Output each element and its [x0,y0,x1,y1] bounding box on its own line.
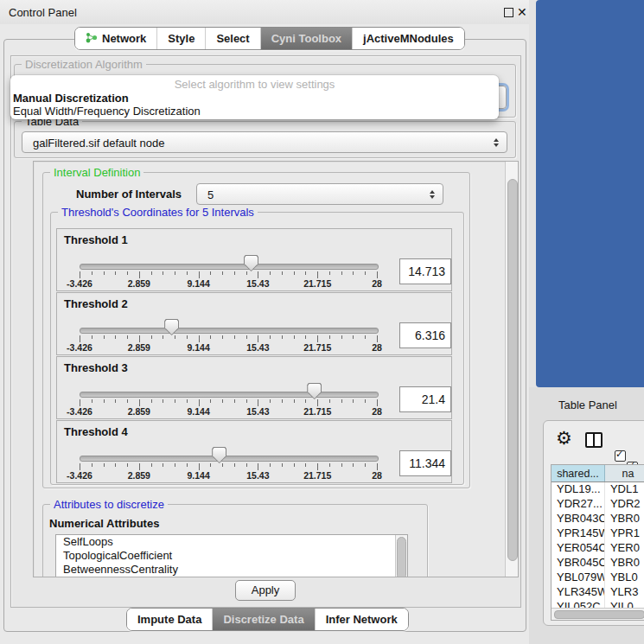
table-hscrollbar[interactable] [552,608,644,620]
threshold-list: Threshold 1-3.4262.8599.14415.4321.71528… [51,213,463,484]
slider-tick [329,335,330,339]
bottom-tab-impute-data[interactable]: Impute Data [127,609,213,630]
slider-tick [210,463,211,467]
panel-scrollbar[interactable] [505,162,518,577]
float-window-icon[interactable] [504,8,513,17]
table-cell: YER054C [552,541,605,556]
slider-tick [80,463,80,470]
slider-tick [199,399,200,406]
popup-item-manual-discretization[interactable]: Manual Discretization [13,92,129,105]
attribute-items: SelfLoopsTopologicalCoefficientBetweenne… [56,535,407,577]
slider-tick [305,335,306,339]
table-row[interactable]: YLR345WYLR3 [552,585,644,600]
scale-label: 15.43 [239,342,277,353]
slider-tick [258,335,258,342]
column-header-na[interactable]: na [605,465,644,481]
attribute-item-selfloops[interactable]: SelfLoops [56,535,407,549]
panel-scrollbar-thumb[interactable] [507,179,518,561]
slider-tick [353,335,354,339]
popup-item-equal-width-frequency-discretization[interactable]: Equal Width/Frequency Discretization [13,105,201,118]
scale-label: 21.715 [298,342,336,353]
scale-label: 15.43 [239,406,277,417]
bottom-tab-discretize-data[interactable]: Discretize Data [213,609,315,630]
table-row[interactable]: YPR145WYPR1 [552,526,644,541]
slider-tick [353,399,354,403]
slider-tick [234,399,235,403]
table-cell: YLR345W [552,585,605,600]
slider-tick [115,335,116,339]
interval-definition-title: Interval Definition [50,166,143,179]
table-cell: YBR045C [552,556,605,571]
threshold-value-field[interactable]: 6.316 [399,322,451,348]
attributes-group-title: Attributes to discretize [50,498,168,511]
table-row[interactable]: YDR27...YDR2 [552,497,644,512]
table-row[interactable]: YBR043CYBR0 [552,512,644,526]
scale-label: 15.43 [239,278,277,289]
scale-label: 21.715 [298,278,336,289]
slider-tick [353,463,354,467]
node-table[interactable]: shared...na YDL19...YDL1YDR27...YDR2YBR0… [551,464,644,621]
column-header-shared[interactable]: shared... [552,465,605,481]
tab-cyni-toolbox[interactable]: Cyni Toolbox [261,28,353,49]
slider-tick [163,335,163,339]
slider-tick [80,399,80,406]
table-hscrollbar-thumb[interactable] [554,610,644,619]
slider-tick [163,463,163,467]
threshold-value-field[interactable]: 11.344 [399,450,451,476]
slider-tick [199,335,200,342]
table-cell: YBR0 [605,556,644,571]
list-scrollbar-thumb[interactable] [397,537,406,577]
slider-track[interactable] [80,456,379,462]
tab-style[interactable]: Style [157,28,206,49]
table-row[interactable]: YDL19...YDL1 [552,482,644,497]
slider-tick [341,463,342,467]
slider-tick [317,271,318,278]
slider-tick [127,335,128,339]
checked-box-icon-1[interactable]: ✓ [615,450,626,462]
table-row[interactable]: YBR045CYBR0 [552,556,644,571]
slider-track[interactable] [80,328,379,334]
slider-tick [246,463,247,467]
slider-tick [115,399,116,403]
attribute-item-betweennesscentrality[interactable]: BetweennessCentrality [56,563,407,577]
slider-tick [92,463,92,467]
table-data-combobox[interactable]: galFiltered.sif default node [22,131,507,153]
apply-button[interactable]: Apply [235,580,296,601]
slider-track[interactable] [80,392,379,398]
table-header[interactable]: shared...na [552,465,644,482]
slider-tick [377,335,378,342]
list-scrollbar[interactable] [395,535,407,577]
slider-tick [104,399,105,403]
scale-label: 2.859 [120,342,158,353]
scale-label: 28 [358,278,396,289]
slider-track[interactable] [80,264,379,270]
tab-select[interactable]: Select [206,28,260,49]
tab-label: Style [168,32,194,45]
slider-tick [187,399,188,403]
attribute-item-topologicalcoefficient[interactable]: TopologicalCoefficient [56,549,407,563]
table-row[interactable]: YER054CYER0 [552,541,644,556]
threshold-value-field[interactable]: 14.713 [399,258,451,284]
slider-tick [305,463,306,467]
slider-tick [139,463,140,470]
table-panel: ⚙ ✓ ✓ shared...na YDL19...YDL1YDR27...YD… [543,420,644,626]
scale-label: 2.859 [120,470,158,481]
slider-tick [258,463,258,470]
slider-tick [163,271,163,275]
bottom-tab-infer-network[interactable]: Infer Network [316,609,408,630]
split-columns-icon[interactable] [585,432,603,448]
number-of-intervals-spinner[interactable]: 5 [196,183,443,205]
table-row[interactable]: YBL079WYBL0 [552,571,644,585]
tab-jactivemnodules[interactable]: jActiveMNodules [353,28,464,49]
spinner-arrows-icon [430,190,435,199]
threshold-value-field[interactable]: 21.4 [399,386,451,412]
tab-label: Select [216,32,249,45]
tab-network[interactable]: Network [75,28,157,49]
table-cell: YBR043C [552,512,605,526]
slider-tick [234,271,235,275]
close-icon[interactable]: ✕ [517,5,527,19]
table-settings-gear-icon[interactable]: ⚙ [556,430,572,447]
attributes-list[interactable]: SelfLoopsTopologicalCoefficientBetweenne… [55,534,408,577]
slider-tick [270,463,271,467]
table-panel-region: Table Panel ⚙ ✓ ✓ shared...na YDL19...YD… [529,387,644,644]
